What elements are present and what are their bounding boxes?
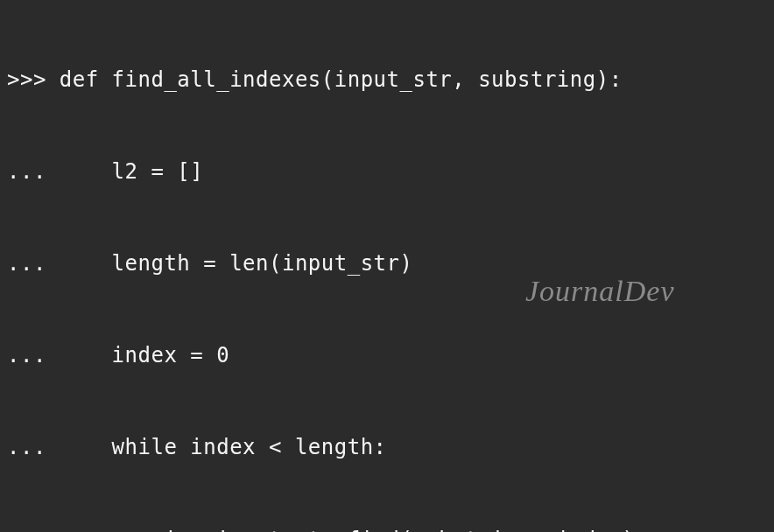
code-line: ... while index < length: [7,432,767,463]
code-line: ... index = 0 [7,340,767,371]
code-line: ... l2 = [] [7,157,767,187]
code-line: >>> def find_all_indexes(input_str, subs… [7,65,767,95]
code-line: ... i = input_str.find(substring, index) [7,525,767,532]
code-line: ... length = len(input_str) [7,248,767,279]
python-repl-terminal[interactable]: >>> def find_all_indexes(input_str, subs… [7,4,767,532]
